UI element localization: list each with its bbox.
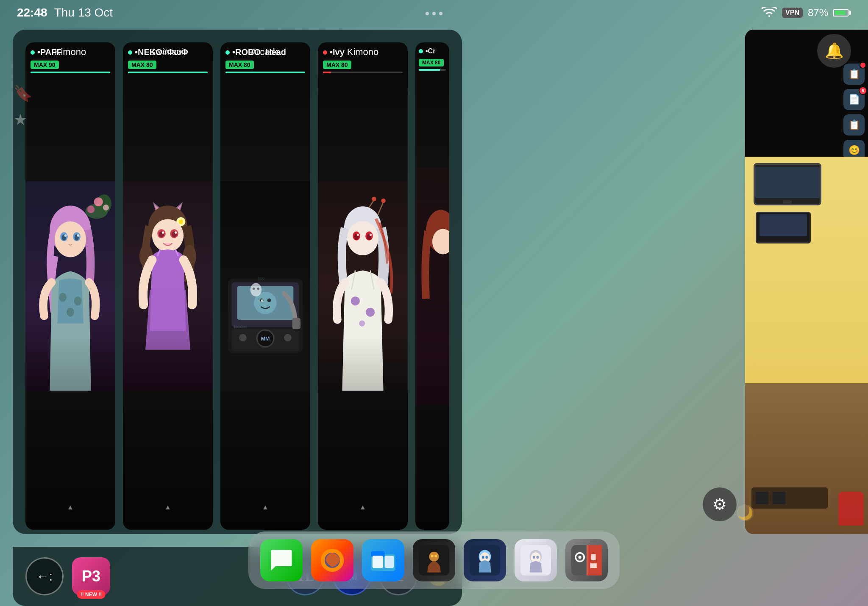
svg-point-66 [366, 308, 375, 317]
dock [248, 531, 620, 589]
svg-point-90 [533, 556, 535, 559]
dock-game1[interactable] [413, 539, 455, 581]
level-badge-neko: MAX 80 [128, 61, 156, 69]
game-panel: •PAFF MAX 90 [13, 30, 462, 534]
card-robo[interactable]: •ROBO_Head MAX 80 [220, 42, 310, 530]
svg-point-64 [370, 234, 372, 236]
card-cr-partial[interactable]: •Cr MAX 80 [415, 42, 449, 530]
status-dot-neko [128, 50, 132, 55]
svg-point-37 [267, 299, 271, 302]
card-ivy[interactable]: •Ivy MAX 80 [318, 42, 408, 530]
dock-game2[interactable] [464, 539, 506, 581]
top-dots [426, 12, 442, 15]
svg-point-29 [175, 232, 177, 234]
svg-point-4 [103, 205, 109, 210]
svg-point-47 [250, 283, 262, 296]
bell-icon: 🔔 [825, 42, 844, 60]
card-name-neko: •NEKO#ΦωΦ [135, 47, 188, 57]
svg-point-86 [485, 556, 488, 559]
hp-bar-cr [419, 69, 440, 71]
status-date: Thu 13 Oct [54, 6, 113, 19]
right-panel-icons: 📋 📄 6 📋 😊 [843, 64, 865, 161]
dock-firefox[interactable] [311, 539, 353, 581]
hp-bar-neko [128, 72, 208, 73]
hp-bar-robo [225, 72, 305, 73]
dock-tool[interactable] [565, 539, 608, 581]
p3-app-icon[interactable]: P3 !! NEW !! [72, 557, 110, 595]
top-dot-2 [432, 12, 436, 15]
svg-point-79 [429, 552, 439, 562]
card-name-paff: •PAFF [37, 47, 62, 57]
svg-point-91 [536, 556, 539, 559]
new-badge: !! NEW !! [77, 590, 106, 599]
battery-icon [833, 9, 851, 17]
svg-point-3 [94, 197, 103, 206]
back-button[interactable]: ←: [25, 557, 64, 595]
card-arrow-robo: ▲ [262, 504, 269, 511]
bookmark-icon[interactable]: 🔖 [14, 85, 33, 102]
svg-point-96 [579, 556, 581, 559]
status-left: 22:48 Thu 13 Oct [17, 6, 113, 19]
top-dot-3 [439, 12, 442, 15]
crescent-icon: 🌙 [737, 504, 754, 521]
svg-point-65 [351, 296, 360, 305]
svg-rect-94 [587, 545, 587, 576]
hp-bar-paff [31, 72, 110, 73]
svg-point-81 [434, 555, 437, 557]
star-icon[interactable]: ★ [14, 111, 33, 129]
status-right: VPN 87% [762, 7, 851, 19]
level-badge-robo: MAX 80 [225, 61, 254, 69]
card-name-robo: •ROBO_Head [232, 47, 286, 57]
sidebar-bookmarks: 🔖 ★ [14, 85, 33, 129]
svg-point-58 [347, 221, 378, 255]
svg-point-7 [55, 221, 86, 257]
svg-point-15 [74, 296, 82, 305]
svg-point-12 [64, 235, 67, 237]
rp-icon-1[interactable]: 📋 [843, 64, 865, 85]
svg-point-5 [87, 206, 95, 213]
level-badge-paff: MAX 90 [31, 61, 59, 69]
wifi-icon [762, 7, 777, 19]
svg-rect-76 [385, 556, 394, 568]
svg-point-16 [67, 308, 74, 317]
settings-button[interactable]: ⚙ [703, 487, 737, 521]
card-paff[interactable]: •PAFF MAX 90 [25, 42, 115, 530]
cards-container: •PAFF MAX 90 [13, 30, 462, 534]
battery-percent: 87% [808, 7, 828, 19]
svg-point-85 [482, 556, 484, 559]
status-time: 22:48 [17, 6, 47, 19]
status-dot-paff [31, 50, 35, 55]
hp-bar-ivy [323, 72, 331, 73]
level-badge-cr: MAX 80 [419, 59, 444, 66]
top-dot-1 [426, 12, 429, 15]
svg-point-23 [152, 219, 184, 252]
svg-point-67 [359, 321, 365, 327]
right-app-panel: 📋 📄 6 📋 😊 [745, 30, 868, 534]
bell-button[interactable]: 🔔 [817, 34, 851, 68]
toolbar-left: ←: P3 !! NEW !! [25, 557, 110, 595]
card-name-ivy: •Ivy [330, 47, 345, 57]
dock-messages[interactable] [260, 539, 303, 581]
svg-point-13 [77, 235, 79, 237]
svg-rect-50 [292, 318, 300, 329]
back-icon: ←: [36, 569, 53, 584]
svg-point-49 [257, 288, 259, 290]
status-dot-ivy [323, 50, 327, 55]
svg-point-55 [372, 196, 376, 201]
svg-point-56 [381, 199, 386, 203]
card-neko[interactable]: •NEKO#ΦωΦ MAX 80 [123, 42, 213, 530]
rp-notif-1 [860, 62, 866, 69]
svg-point-28 [162, 232, 164, 234]
rp-icon-3[interactable]: 📋 [843, 114, 865, 136]
dock-files[interactable] [362, 539, 404, 581]
dock-game3[interactable] [515, 539, 557, 581]
app-icon-letter: P3 [82, 569, 100, 584]
card-arrow-ivy: ▲ [359, 504, 366, 511]
gear-icon: ⚙ [712, 495, 727, 514]
rp-icon-2[interactable]: 📄 6 [843, 89, 865, 110]
svg-point-22 [179, 219, 184, 224]
svg-point-14 [59, 293, 67, 302]
card-arrow-neko: ▲ [164, 504, 171, 511]
rp-notif-2: 6 [859, 86, 867, 95]
svg-text:666: 666 [258, 276, 264, 280]
